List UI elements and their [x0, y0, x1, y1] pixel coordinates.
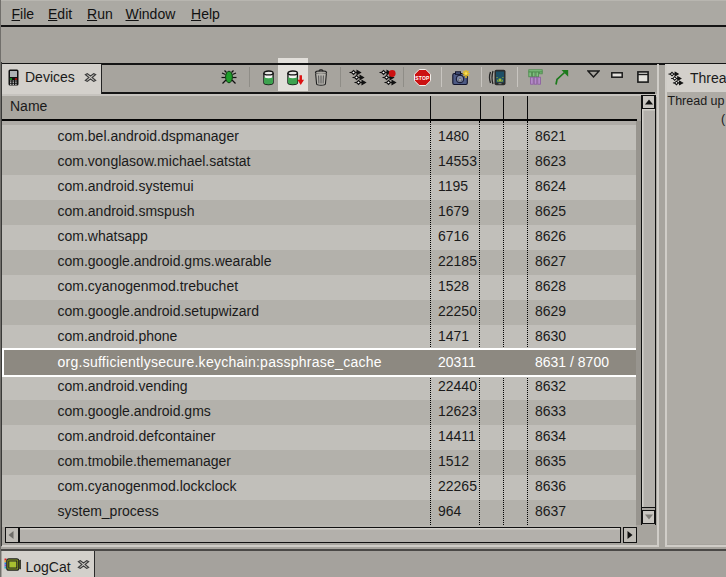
svg-text:STOP: STOP — [415, 75, 430, 81]
